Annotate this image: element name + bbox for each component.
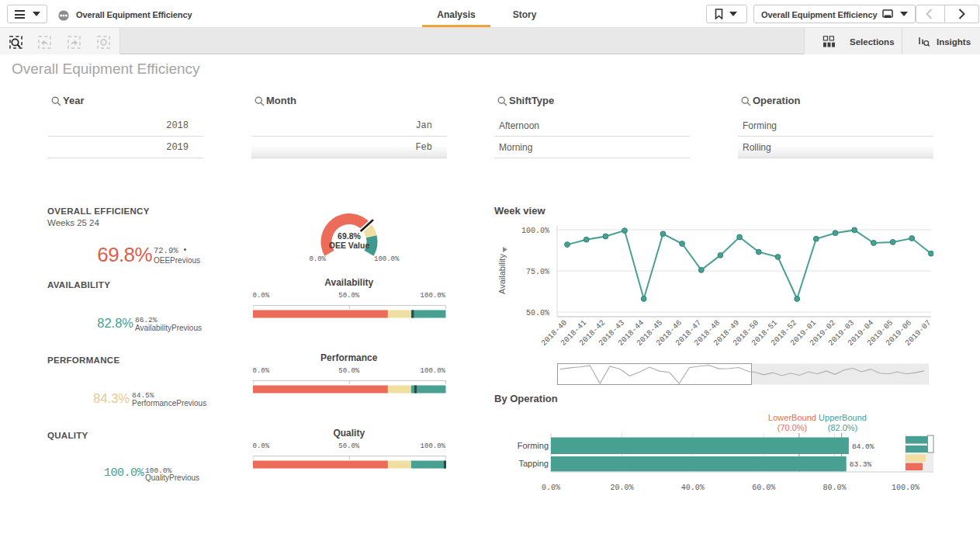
svg-text:75.0%: 75.0% <box>526 268 549 276</box>
svg-text:100.0%: 100.0% <box>374 255 400 263</box>
svg-text:40.0%: 40.0% <box>681 484 705 492</box>
svg-text:69.8%: 69.8% <box>338 231 361 241</box>
svg-text:50.0%: 50.0% <box>526 309 549 317</box>
svg-text:60.0%: 60.0% <box>752 484 775 492</box>
svg-text:0.0%: 0.0% <box>309 255 326 263</box>
svg-text:Availability: Availability <box>497 254 507 294</box>
svg-text:Tapping: Tapping <box>518 459 549 468</box>
svg-text:84.0%: 84.0% <box>852 442 874 451</box>
svg-text:80.0%: 80.0% <box>823 484 847 492</box>
svg-text:100.0%: 100.0% <box>892 484 919 492</box>
svg-text:100.0%: 100.0% <box>521 227 549 235</box>
svg-text:Forming: Forming <box>518 441 549 450</box>
svg-text:20.0%: 20.0% <box>610 484 633 492</box>
svg-text:OEE Value: OEE Value <box>329 241 370 250</box>
svg-text:0.0%: 0.0% <box>542 484 560 492</box>
svg-text:83.3%: 83.3% <box>850 460 872 469</box>
